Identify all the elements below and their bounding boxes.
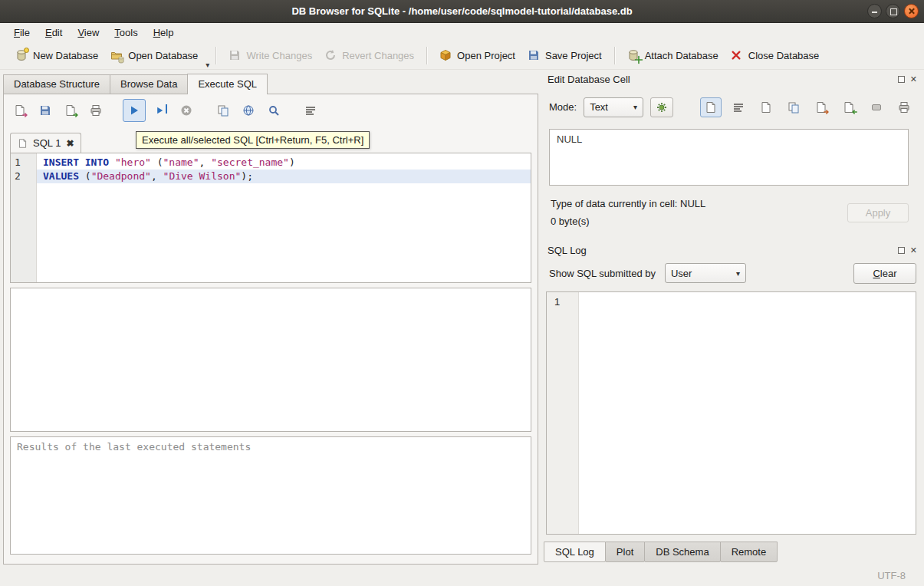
open-sql-file-button[interactable] xyxy=(10,100,30,120)
encoding-indicator[interactable]: UTF-8 xyxy=(877,570,906,581)
print-icon xyxy=(898,101,910,114)
execute-line-icon xyxy=(155,104,167,117)
mode-select[interactable]: Text ▾ xyxy=(584,97,643,117)
close-dock-icon[interactable]: ✕ xyxy=(910,75,917,84)
export-results-button[interactable] xyxy=(213,100,233,120)
clear-log-button[interactable]: Clear xyxy=(853,263,916,284)
menu-tools[interactable]: Tools xyxy=(107,25,145,41)
tab-remote[interactable]: Remote xyxy=(720,542,778,562)
edit-cell-title: Edit Database Cell xyxy=(541,74,630,85)
window-controls xyxy=(867,4,919,18)
menu-file[interactable]: File xyxy=(6,25,38,41)
set-null-icon xyxy=(872,104,881,110)
open-database-dropdown-icon[interactable]: ▾ xyxy=(206,61,209,69)
sql-1-tab[interactable]: SQL 1 ✖ xyxy=(10,133,81,153)
new-sql-file-button[interactable] xyxy=(35,100,55,120)
sql-log-header: SQL Log ✕ xyxy=(541,242,922,258)
find-replace-button[interactable] xyxy=(264,100,284,120)
save-sql-file-button[interactable] xyxy=(61,100,81,120)
attach-database-button[interactable]: Attach Database xyxy=(621,44,725,66)
menu-edit[interactable]: Edit xyxy=(38,25,70,41)
toolbar-separator xyxy=(614,47,615,64)
stop-icon xyxy=(180,104,192,117)
open-project-button[interactable]: Open Project xyxy=(433,44,521,66)
chevron-down-icon: ▾ xyxy=(736,269,740,278)
write-changes-icon xyxy=(229,49,241,61)
cell-value-editor[interactable]: NULL xyxy=(549,129,909,186)
copy-cell-button[interactable] xyxy=(755,97,777,117)
results-grid-pane[interactable] xyxy=(10,288,531,432)
status-bar: UTF-8 xyxy=(0,565,924,586)
stop-execution-button[interactable] xyxy=(176,100,196,120)
document-icon xyxy=(705,101,717,114)
print-sql-button[interactable] xyxy=(86,100,106,120)
revert-changes-button[interactable]: Revert Changes xyxy=(318,44,420,66)
gear-icon xyxy=(656,101,668,114)
auto-switch-mode-button[interactable] xyxy=(650,97,673,117)
justify-button[interactable] xyxy=(728,97,749,117)
save-project-icon xyxy=(528,49,540,61)
print-cell-button[interactable] xyxy=(893,97,915,117)
menu-view[interactable]: View xyxy=(70,25,107,41)
sql-log-view[interactable]: 1 xyxy=(546,291,916,535)
close-button[interactable] xyxy=(904,4,919,18)
format-sql-button[interactable] xyxy=(301,100,321,120)
save-project-button[interactable]: Save Project xyxy=(521,44,608,66)
open-project-icon xyxy=(439,49,452,61)
execute-line-button[interactable] xyxy=(151,100,171,120)
main-tab-bar: Database Structure Browse Data Execute S… xyxy=(3,74,267,94)
close-tab-icon[interactable]: ✖ xyxy=(66,138,74,149)
float-dock-icon[interactable] xyxy=(898,76,905,83)
line-number: 1 xyxy=(11,156,36,170)
menu-help[interactable]: Help xyxy=(146,25,182,41)
line-number-gutter: 1 2 xyxy=(11,153,37,282)
tab-plot[interactable]: Plot xyxy=(605,542,645,562)
maximize-button[interactable] xyxy=(886,4,900,18)
sql-code-line-1: INSERT INTO "hero" ("name", "secret_name… xyxy=(37,156,531,170)
edit-cell-header: Edit Database Cell ✕ xyxy=(541,71,922,87)
revert-changes-icon xyxy=(324,49,337,61)
tab-database-structure[interactable]: Database Structure xyxy=(3,74,110,94)
paste-cell-button[interactable] xyxy=(783,97,804,117)
justify-icon xyxy=(732,101,745,114)
text-mode-button[interactable] xyxy=(700,97,722,117)
word-wrap-button[interactable] xyxy=(238,100,258,120)
tab-execute-sql[interactable]: Execute SQL xyxy=(187,74,268,94)
sql-code-line-2: VALUES ("Deadpond", "Dive Wilson"); xyxy=(37,170,531,183)
apply-button[interactable]: Apply xyxy=(847,203,909,222)
execute-all-button[interactable] xyxy=(123,99,146,122)
right-dock: Edit Database Cell ✕ Mode: Text ▾ xyxy=(541,69,922,565)
new-database-button[interactable]: New Database xyxy=(9,44,104,66)
sql-log-filter-row: Show SQL submitted by User ▾ Clear xyxy=(549,262,916,284)
open-database-button[interactable]: Open Database xyxy=(104,44,204,66)
copy-results-icon xyxy=(217,104,229,117)
paste-icon xyxy=(788,101,800,114)
write-changes-button[interactable]: Write Changes xyxy=(222,44,318,66)
code-area[interactable]: INSERT INTO "hero" ("name", "secret_name… xyxy=(37,153,531,282)
cell-action-icons xyxy=(700,97,915,117)
mode-label: Mode: xyxy=(549,101,577,113)
copy-icon xyxy=(760,101,772,114)
tab-browse-data[interactable]: Browse Data xyxy=(110,74,188,94)
sql-editor[interactable]: 1 2 INSERT INTO "hero" ("name", "secret_… xyxy=(10,153,531,283)
tab-db-schema[interactable]: DB Schema xyxy=(644,542,720,562)
toolbar-separator xyxy=(426,47,427,64)
set-null-button[interactable] xyxy=(866,97,887,117)
close-dock-icon[interactable]: ✕ xyxy=(910,246,917,255)
main-toolbar: New Database Open Database ▾ Write Chang… xyxy=(0,41,924,70)
log-content xyxy=(579,292,916,534)
sql-log-title: SQL Log xyxy=(541,245,587,256)
attach-database-icon xyxy=(627,49,640,61)
results-placeholder: Results of the last executed statements xyxy=(17,441,251,453)
import-cell-button[interactable] xyxy=(811,97,832,117)
print-icon xyxy=(90,104,102,117)
close-database-button[interactable]: Close Database xyxy=(725,44,826,66)
new-sql-file-icon xyxy=(39,104,51,117)
export-cell-button[interactable] xyxy=(838,97,860,117)
cell-type-info: Type of data currently in cell: NULL xyxy=(551,198,705,209)
float-dock-icon[interactable] xyxy=(898,247,905,254)
title-bar: DB Browser for SQLite - /home/user/code/… xyxy=(0,0,924,23)
tab-sql-log[interactable]: SQL Log xyxy=(544,542,606,562)
minimize-button[interactable] xyxy=(867,4,882,18)
submitted-by-select[interactable]: User ▾ xyxy=(665,263,746,283)
